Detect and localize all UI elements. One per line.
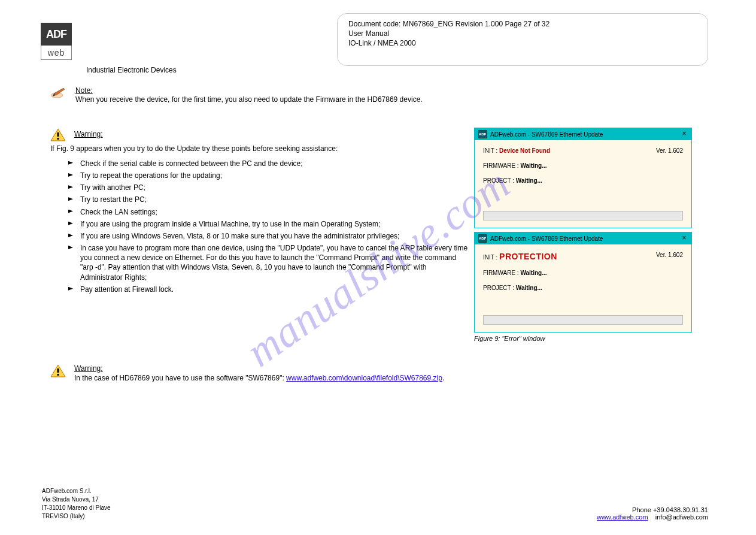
project-key: PROJECT : (483, 285, 514, 291)
footer-address1: Via Strada Nuova, 17 (42, 495, 111, 504)
svg-rect-2 (57, 138, 59, 140)
list-item: If you are using the program inside a Vi… (68, 219, 469, 229)
warning2-body-post: . (442, 374, 444, 382)
init-key: INIT : (483, 254, 497, 261)
svg-rect-4 (57, 374, 59, 376)
list-item: In case you have to program more than on… (68, 243, 469, 282)
warning1-section: Warning: If Fig. 9 appears when you try … (50, 128, 469, 297)
download-link[interactable]: www.adfweb.com\download\filefold\SW67869… (286, 374, 442, 382)
close-icon[interactable]: × (679, 234, 689, 243)
warning-icon (50, 364, 67, 376)
list-item: Pay attention at Firewall lock. (68, 285, 469, 294)
footer-company: ADFweb.com S.r.l. (42, 487, 111, 495)
warning-icon (50, 128, 67, 140)
pencil-icon (50, 86, 67, 98)
adfweb-logo: ADF web (41, 23, 72, 60)
list-item: Try to restart the PC; (68, 195, 469, 204)
doc-subheader: Industrial Electronic Devices (86, 66, 177, 74)
warning2-label: Warning: (74, 364, 103, 373)
note-label: Note: (75, 86, 93, 95)
list-item: Try with another PC; (68, 183, 469, 192)
logo-top: ADF (46, 28, 66, 41)
progress-bar (483, 211, 683, 220)
warning1-list: Check if the serial cable is connected b… (68, 159, 469, 294)
firmware-key: FIRMWARE : (483, 162, 519, 169)
project-value: Waiting... (516, 177, 542, 184)
doc-subtitle: IO-Link / NMEA 2000 (348, 39, 697, 47)
warning2-body-pre: In the case of HD67869 you have to use t… (74, 374, 286, 382)
doc-code: Document code: MN67869_ENG Revision 1.00… (348, 20, 697, 28)
footer-address3: TREVISO (Italy) (42, 512, 111, 521)
warning1-lead: If Fig. 9 appears when you try to do the… (50, 144, 469, 154)
firmware-key: FIRMWARE : (483, 270, 519, 276)
update-window-1: ADF ADFweb.com - SW67869 Ethernet Update… (474, 128, 692, 228)
list-item: Check if the serial cable is connected b… (68, 159, 469, 168)
svg-rect-3 (57, 368, 59, 373)
footer: ADFweb.com S.r.l. Via Strada Nuova, 17 I… (42, 487, 708, 521)
footer-url[interactable]: www.adfweb.com (597, 513, 648, 521)
app-icon: ADF (478, 130, 487, 138)
svg-rect-1 (57, 132, 59, 137)
footer-email: info@adfweb.com (655, 513, 708, 521)
window-title: ADFweb.com - SW67869 Ethernet Update (490, 131, 603, 138)
titlebar: ADF ADFweb.com - SW67869 Ethernet Update… (475, 232, 691, 244)
note-section: Note: When you receive the device, for t… (50, 86, 469, 104)
titlebar: ADF ADFweb.com - SW67869 Ethernet Update… (475, 128, 691, 140)
doc-title: User Manual (348, 29, 697, 38)
footer-phone: Phone +39.0438.30.91.31 (597, 506, 708, 513)
update-window-2: ADF ADFweb.com - SW67869 Ethernet Update… (474, 232, 692, 333)
warning1-label: Warning: (74, 130, 103, 138)
project-key: PROJECT : (483, 177, 514, 184)
list-item: Check the LAN settings; (68, 207, 469, 217)
footer-address2: IT-31010 Mareno di Piave (42, 504, 111, 512)
init-value: PROTECTION (499, 252, 557, 261)
init-key: INIT : (483, 147, 497, 154)
init-value: Device Not Found (499, 147, 550, 154)
project-value: Waiting... (516, 285, 542, 291)
figure-caption: Figure 9: "Error" window (474, 335, 545, 342)
window-title: ADFweb.com - SW67869 Ethernet Update (490, 235, 603, 242)
close-icon[interactable]: × (679, 129, 689, 139)
version-label: Ver. 1.602 (656, 252, 683, 258)
progress-bar (483, 315, 683, 325)
list-item: If you are using Windows Seven, Vista, 8… (68, 231, 469, 241)
firmware-value: Waiting... (520, 162, 546, 169)
app-icon: ADF (478, 234, 487, 243)
doc-header-box: Document code: MN67869_ENG Revision 1.00… (337, 13, 708, 66)
list-item: Try to repeat the operations for the upd… (68, 171, 469, 180)
note-body: When you receive the device, for the fir… (75, 95, 423, 104)
version-label: Ver. 1.602 (656, 147, 683, 154)
firmware-value: Waiting... (520, 270, 546, 276)
logo-bot: web (48, 48, 65, 58)
warning2-section: Warning: In the case of HD67869 you have… (50, 364, 697, 383)
